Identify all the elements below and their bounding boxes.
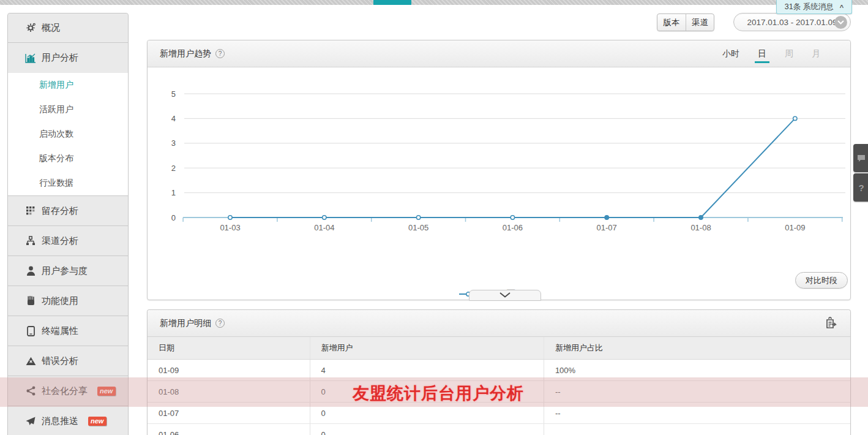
question-mark-icon: ?	[858, 183, 864, 193]
share-icon	[25, 385, 36, 396]
hand-icon	[25, 295, 36, 306]
svg-text:5: 5	[171, 89, 176, 99]
sidebar-item-label: 终端属性	[42, 325, 78, 337]
subitem-label: 版本分布	[39, 153, 73, 164]
feedback-button[interactable]	[853, 144, 868, 172]
new-user-detail-panel: 新增用户明细 ? 日期 新增用户 新增用户占比 01-094100%01-080…	[147, 309, 851, 435]
sidebar-item-label: 渠道分析	[42, 235, 78, 247]
sidebar-item-device[interactable]: 终端属性	[8, 316, 128, 346]
new-badge: new	[97, 387, 116, 396]
sidebar-item-push[interactable]: 消息推送 new	[8, 406, 128, 435]
sidebar-subitem-new-users[interactable]: 新增用户	[8, 73, 128, 97]
gear-icon	[25, 23, 36, 34]
table-cell: 0	[310, 403, 544, 423]
sidebar-item-channel[interactable]: 渠道分析	[8, 226, 128, 256]
sidebar: 概况 用户分析 新增用户 活跃用户 启动次数 版本分布 行业数据 留存分析 渠	[7, 13, 129, 435]
device-icon	[25, 325, 36, 336]
sidebar-item-social-share[interactable]: 社会化分享 new	[8, 376, 128, 406]
detail-panel-title: 新增用户明细	[160, 318, 211, 329]
top-navbar-edge	[0, 0, 868, 5]
export-icon	[824, 316, 838, 330]
date-range-value: 2017.01.03 - 2017.01.09	[747, 18, 837, 27]
user-icon	[25, 265, 36, 276]
column-header-new-users: 新增用户	[310, 337, 544, 359]
sidebar-item-label: 用户分析	[42, 52, 78, 64]
help-button[interactable]: ?	[853, 173, 868, 202]
tab-month[interactable]: 月	[803, 40, 829, 67]
tab-hour[interactable]: 小时	[713, 40, 749, 67]
tab-week[interactable]: 周	[776, 40, 803, 67]
sidebar-item-label: 功能使用	[42, 295, 78, 307]
table-row: 01-070--	[148, 403, 850, 424]
subitem-label: 行业数据	[39, 178, 73, 189]
sidebar-item-retention[interactable]: 留存分析	[8, 196, 128, 226]
sidebar-item-overview[interactable]: 概况	[8, 13, 128, 43]
system-message-dropdown[interactable]: 31条 系统消息 ^	[776, 0, 852, 14]
sidebar-item-label: 概况	[42, 22, 60, 34]
sidebar-subitem-launches[interactable]: 启动次数	[8, 122, 128, 146]
help-icon[interactable]: ?	[215, 319, 225, 328]
table-row: 01-060--	[148, 424, 850, 435]
sidebar-submenu-user-analysis: 新增用户 活跃用户 启动次数 版本分布 行业数据	[8, 73, 128, 196]
trend-line-chart: 01234501-0301-0401-0501-0601-0701-0801-0…	[148, 68, 851, 270]
subitem-label: 活跃用户	[39, 104, 73, 115]
subitem-label: 启动次数	[39, 129, 73, 140]
channel-tree-icon	[25, 235, 36, 246]
table-row: 01-094100%	[148, 360, 850, 381]
table-cell: --	[544, 403, 850, 423]
svg-text:4: 4	[171, 114, 176, 123]
floating-side-buttons: ?	[853, 144, 868, 203]
collapse-caret-icon[interactable]: ^	[840, 4, 844, 11]
svg-text:0: 0	[171, 213, 176, 222]
date-range-select[interactable]: 2017.01.03 - 2017.01.09	[733, 13, 851, 31]
table-cell: 100%	[544, 360, 850, 380]
subitem-label: 新增用户	[39, 80, 73, 91]
app-screen: 31条 系统消息 ^ 概况 用户分析 新增用户 活跃用户 启动次数 版本分布 行…	[0, 0, 868, 435]
sidebar-item-label: 社会化分享	[42, 385, 88, 397]
svg-text:2: 2	[171, 164, 176, 173]
system-message-label: 31条 系统消息	[785, 2, 834, 12]
sidebar-item-user-analysis[interactable]: 用户分析	[8, 43, 128, 73]
channel-filter-button[interactable]: 渠道	[686, 14, 714, 31]
paper-plane-icon	[25, 415, 36, 426]
help-icon[interactable]: ?	[215, 49, 225, 58]
column-header-ratio: 新增用户占比	[544, 337, 850, 359]
sidebar-item-label: 用户参与度	[42, 265, 88, 277]
svg-text:01-06: 01-06	[503, 223, 523, 232]
tab-day[interactable]: 日	[749, 40, 776, 67]
svg-text:01-07: 01-07	[597, 223, 617, 232]
chevron-down-icon	[499, 292, 511, 298]
sidebar-subitem-version-distribution[interactable]: 版本分布	[8, 146, 128, 171]
svg-text:01-09: 01-09	[785, 223, 805, 232]
export-button[interactable]	[824, 316, 838, 330]
table-cell: 4	[310, 360, 544, 380]
sidebar-item-feature-usage[interactable]: 功能使用	[8, 286, 128, 316]
trend-panel-header: 新增用户趋势 ? 小时 日 周 月	[148, 40, 850, 67]
trend-panel-title: 新增用户趋势	[160, 48, 211, 59]
svg-text:3: 3	[171, 138, 176, 148]
error-triangle-icon	[25, 355, 36, 366]
sidebar-subitem-industry-data[interactable]: 行业数据	[8, 171, 128, 195]
svg-text:1: 1	[171, 188, 176, 197]
active-nav-underline	[373, 0, 411, 5]
retention-grid-icon	[25, 205, 36, 216]
svg-text:01-08: 01-08	[690, 223, 711, 232]
chevron-down-icon[interactable]	[834, 16, 847, 29]
svg-text:01-04: 01-04	[314, 223, 334, 232]
table-cell: 01-09	[148, 360, 310, 380]
bar-chart-icon	[25, 53, 36, 64]
table-body: 01-094100%01-080--01-070--01-060--	[148, 360, 850, 435]
version-filter-button[interactable]: 版本	[657, 14, 686, 31]
sidebar-item-engagement[interactable]: 用户参与度	[8, 256, 128, 286]
compare-period-button[interactable]: 对比时段	[795, 272, 848, 289]
sidebar-subitem-active-users[interactable]: 活跃用户	[8, 97, 128, 122]
granularity-tabs: 小时 日 周 月	[713, 40, 838, 67]
table-cell: --	[544, 424, 850, 435]
table-cell: 01-08	[148, 381, 310, 402]
table-cell: 01-06	[148, 424, 310, 435]
table-header-row: 日期 新增用户 新增用户占比	[148, 337, 850, 360]
sidebar-item-error[interactable]: 错误分析	[8, 346, 128, 376]
filter-button-group: 版本 渠道	[657, 13, 714, 31]
new-user-trend-panel: 新增用户趋势 ? 小时 日 周 月 01234501-0301-0401-050…	[147, 40, 851, 300]
collapse-chart-button[interactable]	[469, 290, 541, 301]
